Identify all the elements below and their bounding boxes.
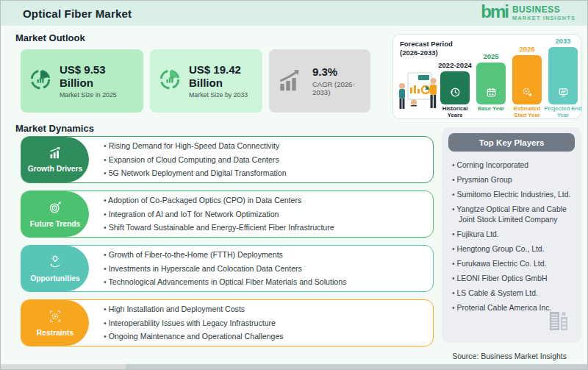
bar-estimated: 2026 Estimated Start Year xyxy=(512,45,542,104)
market-dynamics-heading: Market Dynamics xyxy=(15,123,94,134)
stat-caption: Market Size in 2025 xyxy=(60,91,117,99)
restraints-pill: Restraints xyxy=(21,300,89,346)
bar-historical: 2022-2024 Historical Years xyxy=(440,61,470,104)
stat-card-cagr: 9.3% CAGR (2026-2033) xyxy=(269,49,370,113)
bar-projected: 2033 Projected End Year xyxy=(548,37,578,104)
bullet-point: Rising Demand for High-Speed Data Connec… xyxy=(104,141,426,151)
bullet-point: Integration of AI and IoT for Network Op… xyxy=(104,210,426,219)
key-player-item: Hengtong Group Co., Ltd. xyxy=(452,244,574,255)
analysts-illustration xyxy=(396,70,440,115)
key-player-item: LS Cable & System Ltd. xyxy=(452,288,574,299)
key-player-item: Furukawa Electric Co. Ltd. xyxy=(452,259,574,269)
bullet-point: Investments in Hyperscale and Colocation… xyxy=(104,264,426,274)
bar-year: 2026 xyxy=(519,45,534,53)
donut-chart-icon xyxy=(28,67,53,95)
opportunities-pill: Opportunities xyxy=(21,246,89,291)
donut-chart-icon xyxy=(157,67,182,95)
key-player-item: LEONI Fiber Optics GmbH xyxy=(452,274,574,284)
bullet-list: Rising Demand for High-Speed Data Connec… xyxy=(104,141,426,178)
stat-caption: CAGR (2026-2033) xyxy=(312,80,363,96)
bullet-point: Adoption of Co-Packaged Optics (CPO) in … xyxy=(104,196,426,205)
key-player-item: Prysmian Group xyxy=(452,175,574,185)
key-player-item: Corning Incorporated xyxy=(452,160,574,171)
history-clock-icon xyxy=(450,87,461,101)
calendar-icon xyxy=(486,87,497,101)
growth-trend-icon xyxy=(276,66,306,96)
stat-value: US$ 9.53Billion xyxy=(60,63,117,89)
bottom-accent-bar xyxy=(1,364,587,369)
forecast-period-panel: Forecast Period(2026-2033) 2022-2024 xyxy=(392,34,581,119)
bar-label: Historical Years xyxy=(436,106,474,118)
bar-year: 2022-2024 xyxy=(438,61,471,69)
logo-line1: BUSINESS xyxy=(512,5,576,14)
estimate-gauge-icon xyxy=(522,87,533,101)
stat-caption: Market Size by 2033 xyxy=(189,91,248,99)
key-player-item: Fujikura Ltd. xyxy=(452,230,574,240)
projection-screen-icon xyxy=(558,87,569,101)
stat-value: 9.3% xyxy=(312,65,363,78)
idea-hand-icon xyxy=(48,255,62,272)
page-title: Optical Fiber Market xyxy=(23,7,132,20)
dynamics-row-restraints: Restraints High Installation and Deploym… xyxy=(21,299,434,346)
key-players-header: Top Key Players xyxy=(448,133,575,152)
growth-drivers-pill: Growth Drivers xyxy=(21,137,89,182)
bullet-point: High Installation and Deployment Costs xyxy=(104,305,426,314)
brand-logo: bmi BUSINESS MARKET INSIGHTS xyxy=(481,4,576,22)
pill-label: Opportunities xyxy=(30,274,80,282)
bullet-point: Ongoing Maintenance and Operational Chal… xyxy=(104,332,426,341)
key-player-item: Yangtze Optical Fibre and Cable Joint St… xyxy=(452,204,574,224)
source-attribution: Source: Business Market Insights xyxy=(452,352,567,360)
future-trends-pill: Future Trends xyxy=(21,191,89,237)
stat-card-2025: US$ 9.53Billion Market Size in 2025 xyxy=(21,49,143,113)
bullet-list: High Installation and Deployment Costs I… xyxy=(104,305,426,341)
key-players-title: Top Key Players xyxy=(479,138,545,147)
forecast-bars: 2022-2024 Historical Years 2025 Base Yea… xyxy=(440,37,578,104)
bullet-point: Growth of Fiber-to-the-Home (FTTH) Deplo… xyxy=(104,250,426,260)
key-player-item: Sumitomo Electric Industries, Ltd. xyxy=(452,190,574,200)
bar-year: 2033 xyxy=(555,37,570,45)
top-key-players-panel: Top Key Players Corning Incorporated Pry… xyxy=(442,127,581,343)
gear-brackets-icon xyxy=(48,309,62,327)
key-players-list: Corning Incorporated Prysmian Group Sumi… xyxy=(442,152,581,313)
bullet-point: Interoperability Issues with Legacy Infr… xyxy=(104,319,426,328)
dynamics-row-growth-drivers: Growth Drivers Rising Demand for High-Sp… xyxy=(21,136,434,183)
bullet-list: Growth of Fiber-to-the-Home (FTTH) Deplo… xyxy=(104,250,426,287)
logo-line2: MARKET INSIGHTS xyxy=(512,15,576,21)
bullet-point: 5G Network Deployment and Digital Transf… xyxy=(104,168,426,178)
stat-cards: US$ 9.53Billion Market Size in 2025 US$ … xyxy=(21,49,370,113)
pill-label: Restraints xyxy=(37,329,74,337)
bullet-list: Adoption of Co-Packaged Optics (CPO) in … xyxy=(104,196,426,232)
bullet-point: Shift Toward Sustainable and Energy-Effi… xyxy=(104,223,426,232)
bmi-logo-icon: bmi xyxy=(481,3,508,21)
bar-year: 2025 xyxy=(483,52,498,60)
bar-label: Projected End Year xyxy=(544,106,582,118)
bullet-point: Expansion of Cloud Computing and Data Ce… xyxy=(104,155,426,165)
dynamics-row-opportunities: Opportunities Growth of Fiber-to-the-Hom… xyxy=(21,245,434,292)
infographic-canvas: Optical Fiber Market bmi BUSINESS MARKET… xyxy=(0,0,588,370)
dynamics-row-future-trends: Future Trends Adoption of Co-Packaged Op… xyxy=(21,191,434,238)
stat-value: US$ 19.42Billion xyxy=(189,63,248,89)
bar-chart-rising-icon xyxy=(48,146,62,163)
bullet-point: Technological Advancements in Optical Fi… xyxy=(104,277,426,287)
market-outlook-heading: Market Outlook xyxy=(15,32,85,43)
stat-card-2033: US$ 19.42Billion Market Size by 2033 xyxy=(150,49,262,113)
header-bar: Optical Fiber Market bmi BUSINESS MARKET… xyxy=(1,1,587,26)
target-icon xyxy=(48,200,62,218)
bar-label: Base Year xyxy=(472,106,510,113)
bar-base: 2025 Base Year xyxy=(476,52,506,104)
buildings-icon xyxy=(546,309,573,335)
bar-label: Estimated Start Year xyxy=(508,106,546,118)
pill-label: Growth Drivers xyxy=(28,165,82,173)
pill-label: Future Trends xyxy=(30,220,81,228)
